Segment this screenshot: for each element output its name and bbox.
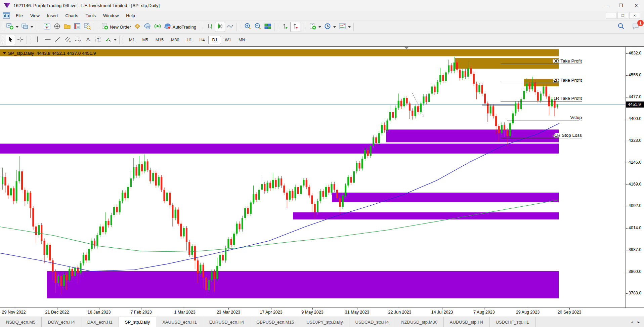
periods-button[interactable] (323, 22, 337, 32)
equidistant-channel-button[interactable]: E (63, 35, 73, 45)
menu-charts[interactable]: Charts (61, 12, 82, 19)
market-watch-button[interactable] (42, 22, 52, 32)
chevron-down-icon[interactable] (31, 26, 33, 28)
menu-insert[interactable]: Insert (43, 12, 62, 19)
dashed-trendline[interactable] (413, 93, 424, 117)
search-icon (617, 23, 625, 31)
text-icon: A (84, 36, 92, 44)
text-button[interactable]: A (83, 35, 93, 45)
chart-restore-button[interactable]: ❐ (617, 12, 628, 19)
purple-zone[interactable] (293, 212, 559, 219)
metaeditor-icon (134, 23, 141, 31)
menu-window[interactable]: Window (99, 12, 122, 19)
indicators-button[interactable] (308, 22, 323, 32)
bar-chart-button[interactable] (205, 22, 215, 32)
tab-usdcad-stp-h4[interactable]: USDCAD_stp,H4 (349, 317, 395, 327)
chevron-down-icon[interactable] (318, 26, 321, 28)
tab-nsdq-ecn-m5[interactable]: NSDQ_ecn,M5 (0, 317, 42, 327)
chevron-down-icon[interactable] (114, 39, 117, 41)
auto-scroll-button[interactable] (280, 22, 290, 32)
purple-zone[interactable] (332, 193, 559, 202)
tile-windows-button[interactable] (263, 22, 273, 32)
menu-view[interactable]: View (27, 12, 43, 19)
toolbar-grip (277, 23, 278, 31)
price-axis[interactable]: 4632.0 4555.0 4477.0 4400.0 4323.0 4246.… (626, 47, 644, 308)
tab-usdjpy-stp-daily[interactable]: USDJPY_stp,Daily (300, 317, 349, 327)
timeframe-m15[interactable]: M15 (152, 36, 167, 44)
zoom-in-button[interactable] (243, 22, 253, 32)
chart-canvas[interactable]: 3R Take Profit2R Take Profit1R Take Prof… (0, 47, 626, 308)
tab-sp-stp-daily[interactable]: SP_stp,Daily (119, 317, 156, 327)
notification-badge[interactable]: 1 (637, 20, 644, 26)
tab-dow-ecn-h4[interactable]: DOW_ecn,H4 (42, 317, 81, 327)
templates-button[interactable] (337, 22, 352, 32)
timeframe-m5[interactable]: M5 (138, 36, 152, 44)
tab-dax-ecn-h1[interactable]: DAX_ecn,H1 (81, 317, 119, 327)
history-center-button[interactable] (62, 22, 72, 32)
horizontal-line-icon (44, 36, 51, 44)
tab-scroll-right-button[interactable]: ▸ (636, 319, 641, 325)
profiles-button[interactable] (20, 22, 35, 32)
toolbox-button[interactable] (72, 22, 82, 32)
gold-zone[interactable] (455, 58, 559, 69)
chat-button[interactable]: 1 (631, 22, 641, 32)
text-label-button[interactable]: T (93, 35, 103, 45)
timeframe-h1[interactable]: H1 (183, 36, 196, 44)
timeframe-m30[interactable]: M30 (167, 36, 183, 44)
chevron-down-icon[interactable] (348, 26, 351, 28)
menu-tools[interactable]: Tools (82, 12, 99, 19)
candlestick-button[interactable] (215, 22, 225, 32)
price-label: 4014.0 (629, 226, 641, 230)
arrows-button[interactable] (103, 35, 118, 45)
restore-button[interactable]: ❐ (613, 0, 629, 11)
date-axis[interactable]: 29 Nov 2022 21 Dec 2022 16 Jan 2023 7 Fe… (0, 308, 644, 317)
cursor-button[interactable] (5, 35, 15, 45)
tab-usdchf-stp-h1[interactable]: USDCHF_stp,H1 (490, 317, 535, 327)
horizontal-line-button[interactable] (43, 35, 53, 45)
tab-eurusd-ecn-h4[interactable]: EURUSD_ecn,H4 (203, 317, 250, 327)
current-price-tag: 4451.9 (626, 101, 644, 108)
timeframe-m1[interactable]: M1 (125, 36, 138, 44)
chart-shift-button[interactable] (290, 22, 300, 32)
crosshair-button[interactable] (15, 35, 25, 45)
purple-zone[interactable] (386, 129, 559, 142)
minimize-button[interactable]: — (598, 0, 613, 11)
cloud-button[interactable] (142, 22, 153, 32)
vertical-line-button[interactable] (33, 35, 43, 45)
trendline-button[interactable] (53, 35, 63, 45)
chart-window-controls: — ❐ ✕ (606, 12, 642, 19)
new-order-button[interactable]: New Order (100, 22, 132, 32)
tab-audusd-stp-h4[interactable]: AUDUSD_stp,H4 (444, 317, 490, 327)
chart-minimize-button[interactable]: — (606, 12, 616, 19)
tab-xauusd-ecn-h1[interactable]: XAUUSD_ecn,H1 (156, 317, 203, 327)
chevron-down-icon[interactable] (333, 26, 336, 28)
purple-zone[interactable] (47, 271, 559, 298)
price-tick (626, 75, 628, 76)
timeframe-d1[interactable]: D1 (208, 36, 221, 44)
metaeditor-button[interactable] (132, 22, 142, 32)
timeframe-mn[interactable]: MN (235, 36, 249, 44)
timeframe-h4[interactable]: H4 (196, 36, 208, 44)
chart-close-button[interactable]: ✕ (629, 12, 640, 19)
line-chart-button[interactable] (225, 22, 235, 32)
purple-zone[interactable] (0, 144, 559, 153)
chevron-down-icon[interactable] (16, 26, 18, 28)
autotrading-button[interactable]: AutoTrading (163, 22, 198, 32)
search-button[interactable] (616, 22, 626, 32)
tab-scroll-left-button[interactable]: ◂ (629, 319, 635, 325)
metatrader-logo-icon (3, 2, 11, 8)
tab-gbpusd-ecn-m15[interactable]: GBPUSD_ecn,M15 (250, 317, 300, 327)
signals-button[interactable] (153, 22, 163, 32)
tab-nzdusd-stp-m30[interactable]: NZDUSD_stp,M30 (395, 317, 444, 327)
chart-shift-marker-icon[interactable] (404, 47, 409, 49)
close-button[interactable]: ✕ (629, 0, 644, 11)
new-chart-button[interactable] (5, 22, 20, 32)
menu-file[interactable]: File (12, 12, 27, 19)
strategy-tester-button[interactable] (82, 22, 92, 32)
zoom-out-button[interactable] (253, 22, 263, 32)
timeframe-w1[interactable]: W1 (221, 36, 235, 44)
menu-help[interactable]: Help (122, 12, 139, 19)
fibonacci-button[interactable]: F (73, 35, 83, 45)
navigator-button[interactable] (52, 22, 62, 32)
new-order-icon (101, 23, 109, 31)
